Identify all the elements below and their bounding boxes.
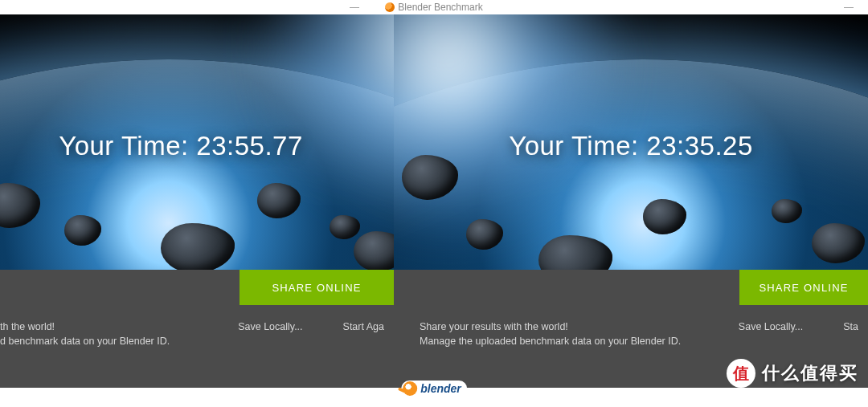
- window-titlebar: — Blender Benchmark —: [0, 0, 868, 14]
- result-time: Your Time: 23:55.77: [0, 131, 378, 161]
- hero-image: Your Time: 23:35.25: [394, 14, 868, 270]
- watermark-text: 什么值得买: [762, 361, 858, 385]
- share-description-line2: Manage the uploaded benchmark data on yo…: [420, 334, 757, 348]
- start-again-link[interactable]: Sta: [843, 321, 858, 332]
- result-time-prefix: Your Time:: [59, 131, 196, 161]
- share-online-button[interactable]: SHARE ONLINE: [739, 270, 868, 305]
- hero-image: Your Time: 23:55.77: [0, 14, 394, 270]
- save-locally-link[interactable]: Save Locally...: [739, 321, 803, 332]
- result-time-prefix: Your Time:: [509, 131, 646, 161]
- share-description-line1: th the world!: [0, 319, 241, 334]
- share-online-button[interactable]: SHARE ONLINE: [240, 270, 394, 305]
- watermark: 值 什么值得买: [727, 359, 858, 388]
- share-description: th the world! d benchmark data on your B…: [0, 319, 241, 348]
- watermark-badge: 值: [727, 359, 755, 388]
- blender-logo-text: blender: [420, 382, 461, 395]
- result-time-value: 23:35.25: [646, 131, 752, 161]
- benchmark-pane-right: Your Time: 23:35.25 SHARE ONLINE Share y…: [394, 14, 868, 388]
- blender-icon: [385, 2, 395, 12]
- share-description-line1: Share your results with the world!: [420, 319, 757, 334]
- blender-logo: blender: [401, 381, 467, 397]
- share-description: Share your results with the world! Manag…: [420, 319, 757, 348]
- blender-icon: [403, 381, 417, 396]
- benchmark-pane-left: Your Time: 23:55.77 SHARE ONLINE th the …: [0, 14, 394, 388]
- save-locally-link[interactable]: Save Locally...: [238, 321, 302, 332]
- minimize-button[interactable]: —: [350, 2, 359, 13]
- result-time-value: 23:55.77: [196, 131, 302, 161]
- start-again-link[interactable]: Start Aga: [343, 321, 384, 332]
- share-description-line2: d benchmark data on your Blender ID.: [0, 334, 241, 348]
- result-panel: SHARE ONLINE th the world! d benchmark d…: [0, 270, 394, 388]
- window-title: Blender Benchmark: [398, 2, 482, 13]
- minimize-button[interactable]: —: [844, 2, 854, 13]
- result-time: Your Time: 23:35.25: [394, 131, 868, 161]
